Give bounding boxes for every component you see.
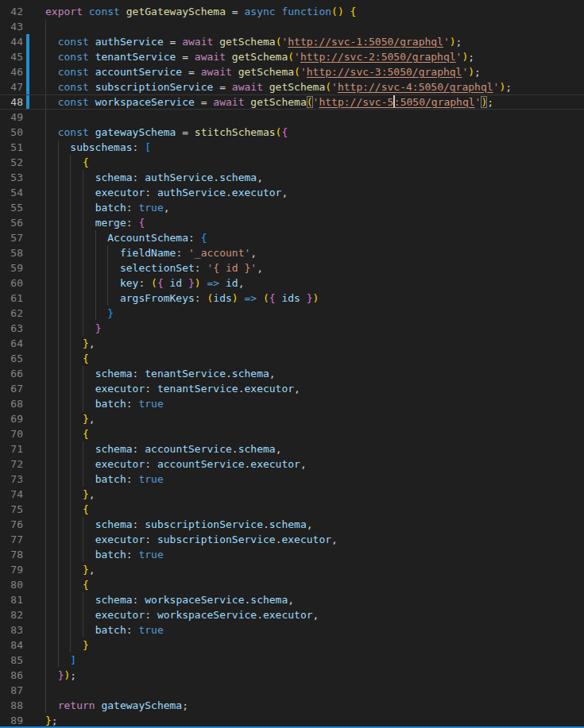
code-line[interactable]: 86 }); xyxy=(0,668,584,683)
line-number[interactable]: 81 xyxy=(0,592,23,607)
line-number[interactable]: 54 xyxy=(0,185,23,200)
line-number[interactable]: 70 xyxy=(0,426,23,441)
line-number[interactable]: 74 xyxy=(0,487,23,502)
code-line[interactable]: 48 const workspaceService = await getSch… xyxy=(0,94,584,110)
code-line[interactable]: 50 const gatewaySchema = stitchSchemas({ xyxy=(0,125,584,140)
code-line-content: { xyxy=(45,502,584,517)
code-line[interactable]: 73 batch: true xyxy=(0,472,584,487)
code-line[interactable]: 57 AccountSchema: { xyxy=(0,230,584,245)
code-token: tenantService xyxy=(145,368,226,379)
line-number[interactable]: 82 xyxy=(0,607,23,622)
code-line[interactable]: 76 schema: subscriptionService.schema, xyxy=(0,517,584,532)
code-line[interactable]: 42export const getGatewaySchema = async … xyxy=(0,4,584,19)
line-number[interactable]: 67 xyxy=(0,381,23,396)
code-line[interactable]: 72 executor: accountService.executor, xyxy=(0,456,584,472)
code-line[interactable]: 75 { xyxy=(0,502,584,517)
code-line[interactable]: 55 batch: true, xyxy=(0,200,584,215)
line-number[interactable]: 85 xyxy=(0,653,23,668)
line-number[interactable]: 48 xyxy=(0,95,23,109)
code-line[interactable]: 67 executor: tenantService.executor, xyxy=(0,381,584,396)
code-line[interactable]: 61 argsFromKeys: (ids) => ({ ids }) xyxy=(0,291,584,306)
line-number[interactable]: 68 xyxy=(0,396,23,411)
line-number[interactable]: 59 xyxy=(0,260,23,275)
code-line[interactable]: 51 subschemas: [ xyxy=(0,140,584,155)
line-number[interactable]: 52 xyxy=(0,155,23,170)
code-line[interactable]: 83 batch: true xyxy=(0,622,584,637)
code-line[interactable]: 69 }, xyxy=(0,411,584,426)
code-line[interactable]: 68 batch: true xyxy=(0,396,584,411)
code-line[interactable]: 44 const authService = await getSchema('… xyxy=(0,34,584,49)
line-number[interactable]: 73 xyxy=(0,472,23,487)
line-number[interactable]: 53 xyxy=(0,170,23,185)
line-number[interactable]: 44 xyxy=(0,34,23,49)
code-line[interactable]: 85 ] xyxy=(0,653,584,668)
line-number[interactable]: 78 xyxy=(0,547,23,562)
indent-guide xyxy=(45,110,46,125)
line-number[interactable]: 62 xyxy=(0,306,23,321)
line-number[interactable]: 55 xyxy=(0,200,23,215)
line-number[interactable]: 86 xyxy=(0,668,23,683)
code-token xyxy=(45,488,83,500)
line-number[interactable]: 69 xyxy=(0,411,23,426)
line-number[interactable]: 66 xyxy=(0,366,23,381)
line-number[interactable]: 76 xyxy=(0,517,23,532)
code-line[interactable]: 78 batch: true xyxy=(0,547,584,562)
line-number[interactable]: 51 xyxy=(0,140,23,155)
line-number[interactable]: 50 xyxy=(0,125,23,140)
code-line[interactable]: 52 { xyxy=(0,155,584,170)
code-line[interactable]: 47 const subscriptionService = await get… xyxy=(0,79,584,94)
code-line[interactable]: 60 key: ({ id }) => id, xyxy=(0,275,584,291)
line-number[interactable]: 84 xyxy=(0,637,23,653)
line-number[interactable]: 65 xyxy=(0,351,23,366)
code-line[interactable]: 74 }, xyxy=(0,487,584,502)
code-line[interactable]: 65 { xyxy=(0,351,584,366)
line-number[interactable]: 60 xyxy=(0,275,23,291)
code-line[interactable]: 64 }, xyxy=(0,336,584,351)
code-line[interactable]: 46 const accountService = await getSchem… xyxy=(0,64,584,79)
code-line[interactable]: 66 schema: tenantService.schema, xyxy=(0,366,584,381)
line-number[interactable]: 88 xyxy=(0,698,23,713)
code-editor[interactable]: 42export const getGatewaySchema = async … xyxy=(0,0,584,728)
line-number[interactable]: 42 xyxy=(0,4,23,19)
code-token: argsFromKeys xyxy=(120,292,195,304)
code-line[interactable]: 84 } xyxy=(0,637,584,653)
code-line[interactable]: 77 executor: subscriptionService.executo… xyxy=(0,532,584,547)
line-number[interactable]: 75 xyxy=(0,502,23,517)
line-number[interactable]: 71 xyxy=(0,441,23,456)
line-number[interactable]: 80 xyxy=(0,577,23,592)
line-number[interactable]: 61 xyxy=(0,291,23,306)
line-number[interactable]: 58 xyxy=(0,245,23,260)
code-line[interactable]: 45 const tenantService = await getSchema… xyxy=(0,49,584,64)
code-line[interactable]: 53 schema: authService.schema, xyxy=(0,170,584,185)
code-line[interactable]: 49 xyxy=(0,110,584,125)
line-number[interactable]: 63 xyxy=(0,321,23,336)
code-line[interactable]: 79 }, xyxy=(0,562,584,577)
line-number[interactable]: 46 xyxy=(0,64,23,79)
line-number[interactable]: 79 xyxy=(0,562,23,577)
code-line[interactable]: 43 xyxy=(0,19,584,34)
code-line[interactable]: 80 { xyxy=(0,577,584,592)
line-number[interactable]: 83 xyxy=(0,622,23,637)
line-number[interactable]: 43 xyxy=(0,19,23,34)
code-line[interactable]: 59 selectionSet: '{ id }', xyxy=(0,260,584,275)
line-number[interactable]: 47 xyxy=(0,79,23,94)
line-number[interactable]: 45 xyxy=(0,49,23,64)
code-line[interactable]: 71 schema: accountService.schema, xyxy=(0,441,584,456)
code-line[interactable]: 62 } xyxy=(0,306,584,321)
code-line[interactable]: 82 executor: workspaceService.executor, xyxy=(0,607,584,622)
line-number[interactable]: 56 xyxy=(0,215,23,230)
code-line[interactable]: 70 { xyxy=(0,426,584,441)
code-line[interactable]: 88 return gatewaySchema; xyxy=(0,698,584,713)
line-number[interactable]: 49 xyxy=(0,110,23,125)
line-number[interactable]: 87 xyxy=(0,683,23,698)
code-line[interactable]: 56 merge: { xyxy=(0,215,584,230)
line-number[interactable]: 77 xyxy=(0,532,23,547)
line-number[interactable]: 64 xyxy=(0,336,23,351)
code-line[interactable]: 81 schema: workspaceService.schema, xyxy=(0,592,584,607)
line-number[interactable]: 72 xyxy=(0,456,23,472)
line-number[interactable]: 57 xyxy=(0,230,23,245)
code-line[interactable]: 87 xyxy=(0,683,584,698)
code-line[interactable]: 58 fieldName: '_account', xyxy=(0,245,584,260)
code-line[interactable]: 63 } xyxy=(0,321,584,336)
code-line[interactable]: 54 executor: authService.executor, xyxy=(0,185,584,200)
